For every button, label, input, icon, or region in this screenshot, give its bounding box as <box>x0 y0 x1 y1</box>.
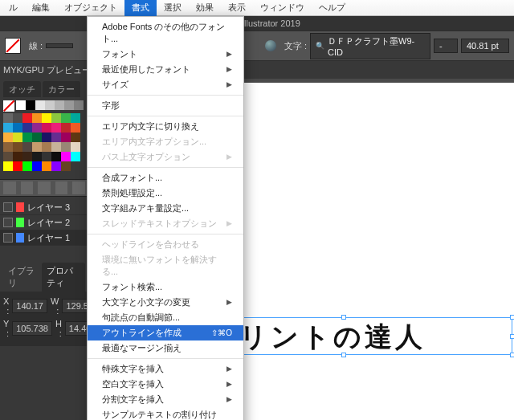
swatch[interactable] <box>32 152 42 161</box>
swatch[interactable] <box>35 100 45 110</box>
menu-item[interactable]: 禁則処理設定... <box>88 186 243 201</box>
menu-item[interactable]: 最近使用したフォント▶ <box>88 62 243 77</box>
brush-icon[interactable] <box>3 181 16 194</box>
swatch[interactable] <box>16 100 26 110</box>
swatch[interactable] <box>26 100 35 110</box>
globe-icon[interactable] <box>265 40 276 51</box>
x-field[interactable]: 140.17 <box>12 299 47 313</box>
swatch[interactable] <box>13 161 22 171</box>
swatch[interactable] <box>61 113 71 123</box>
swatch[interactable] <box>13 142 22 152</box>
none-swatch[interactable] <box>3 100 14 112</box>
swatch[interactable] <box>13 133 22 142</box>
swatches-grid[interactable] <box>0 97 88 174</box>
swatch[interactable] <box>3 113 13 123</box>
menu-item[interactable]: 特殊文字を挿入▶ <box>88 361 243 377</box>
menu-オブジェクト[interactable]: オブジェクト <box>57 0 124 16</box>
layer-row[interactable]: レイヤー 3 <box>0 200 88 215</box>
visibility-toggle[interactable] <box>3 202 13 212</box>
swatch[interactable] <box>51 123 61 133</box>
swatch[interactable] <box>22 133 32 142</box>
layer-row[interactable]: レイヤー 1 <box>0 230 88 246</box>
resize-handle[interactable] <box>341 315 346 320</box>
swatch[interactable] <box>71 142 80 152</box>
panel-icon-bar[interactable] <box>0 179 88 197</box>
swatch[interactable] <box>61 133 71 142</box>
swatch[interactable] <box>3 133 13 142</box>
menu-item[interactable]: 合成フォント... <box>88 170 243 186</box>
menu-item[interactable]: サイズ▶ <box>88 77 243 92</box>
swatch[interactable] <box>71 152 80 161</box>
type-menu-dropdown[interactable]: Adobe Fonts のその他のフォント...フォント▶最近使用したフォント▶… <box>87 16 244 420</box>
font-family-field[interactable]: 🔍ＤＦＰクラフト墨W9-CID <box>310 33 430 59</box>
properties-tabs[interactable]: イブラリ プロパティ <box>0 273 88 292</box>
menu-書式[interactable]: 書式 <box>124 0 157 16</box>
layer-row[interactable]: レイヤー 2 <box>0 215 88 230</box>
swatch[interactable] <box>55 100 64 110</box>
menu-item[interactable]: 空白文字を挿入▶ <box>88 377 243 392</box>
swatch[interactable] <box>32 142 42 152</box>
stroke-icon[interactable] <box>38 181 51 194</box>
swatch-panel-tabs[interactable]: オッチ カラー <box>0 79 88 97</box>
swatch[interactable] <box>22 123 32 133</box>
swatch[interactable] <box>3 161 13 171</box>
layers-panel[interactable]: レイヤー 3レイヤー 2レイヤー 1 <box>0 197 88 249</box>
swatch[interactable] <box>42 113 51 123</box>
swatch[interactable] <box>61 142 71 152</box>
symbol-icon[interactable] <box>21 181 34 194</box>
menu-item[interactable]: フォント▶ <box>88 47 243 62</box>
gradient-icon[interactable] <box>55 181 68 194</box>
swatch[interactable] <box>22 113 32 123</box>
menu-item[interactable]: 文字組みアキ量設定... <box>88 201 243 216</box>
swatch[interactable] <box>51 152 61 161</box>
menu-ウィンドウ[interactable]: ウィンドウ <box>253 0 312 16</box>
swatch[interactable] <box>42 152 51 161</box>
menu-item[interactable]: アウトラインを作成⇧⌘O <box>88 325 243 340</box>
menu-item[interactable]: Adobe Fonts のその他のフォント... <box>88 19 243 47</box>
menu-item[interactable]: 字形 <box>88 98 243 113</box>
visibility-toggle[interactable] <box>3 218 13 227</box>
document-tab-strip[interactable]: MYK/GPU プレビュー) <box>0 61 514 79</box>
swatch[interactable] <box>32 133 42 142</box>
menu-選択[interactable]: 選択 <box>157 0 189 16</box>
swatch[interactable] <box>13 113 22 123</box>
swatch[interactable] <box>22 161 32 171</box>
menu-ヘルプ[interactable]: ヘルプ <box>312 0 353 16</box>
swatch[interactable] <box>3 142 13 152</box>
resize-handle[interactable] <box>341 353 346 357</box>
menu-item[interactable]: 句読点の自動調節... <box>88 310 243 325</box>
swatch[interactable] <box>13 123 22 133</box>
swatch[interactable] <box>51 142 61 152</box>
swatch[interactable] <box>61 161 71 171</box>
menu-item[interactable]: フォント検索... <box>88 279 243 295</box>
resize-handle[interactable] <box>510 353 514 357</box>
swatch[interactable] <box>3 123 13 133</box>
swatch[interactable] <box>13 152 22 161</box>
swatch[interactable] <box>64 100 74 110</box>
swatch[interactable] <box>32 161 42 171</box>
swatch[interactable] <box>42 142 51 152</box>
swatch[interactable] <box>71 133 80 142</box>
menu-item[interactable]: エリア内文字に切り換え <box>88 119 243 134</box>
swatch[interactable] <box>61 152 71 161</box>
swatch[interactable] <box>22 152 32 161</box>
swatch[interactable] <box>45 100 55 110</box>
menu-ル[interactable]: ル <box>2 0 25 16</box>
swatch[interactable] <box>22 142 32 152</box>
swatch[interactable] <box>61 123 71 133</box>
visibility-toggle[interactable] <box>3 233 13 243</box>
align-icon[interactable] <box>72 181 85 194</box>
menu-効果[interactable]: 効果 <box>189 0 221 16</box>
swatch[interactable] <box>3 152 13 161</box>
menu-item[interactable]: 最適なマージン揃え <box>88 340 243 356</box>
swatch[interactable] <box>51 161 61 171</box>
menu-表示[interactable]: 表示 <box>221 0 253 16</box>
menu-編集[interactable]: 編集 <box>25 0 57 16</box>
no-fill-swatch[interactable] <box>5 38 21 54</box>
swatch[interactable] <box>74 100 84 110</box>
stroke-weight-field[interactable] <box>46 43 73 48</box>
menu-item[interactable]: 分割文字を挿入▶ <box>88 392 243 407</box>
swatch[interactable] <box>71 123 80 133</box>
swatch[interactable] <box>51 113 61 123</box>
swatch[interactable] <box>71 113 80 123</box>
